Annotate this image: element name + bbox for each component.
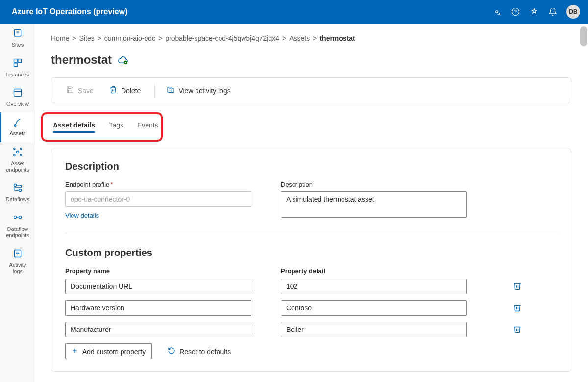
details-card: Description Endpoint profile* View detai… bbox=[51, 149, 571, 372]
instances-icon bbox=[13, 58, 23, 69]
tabs-wrapper: Asset details Tags Events bbox=[51, 114, 571, 136]
assets-icon bbox=[13, 117, 23, 128]
svg-rect-19 bbox=[168, 87, 172, 93]
svg-point-14 bbox=[19, 189, 22, 192]
breadcrumb-item-current: thermostat bbox=[319, 34, 355, 42]
breadcrumb-item[interactable]: Assets bbox=[289, 34, 310, 42]
save-button: Save bbox=[61, 83, 98, 98]
description-label: Description bbox=[281, 181, 467, 188]
sidebar-item-label: Asset endpoints bbox=[3, 160, 32, 173]
trash-icon bbox=[513, 328, 522, 335]
custom-properties-actions: Add custom property Reset to defaults bbox=[65, 343, 557, 359]
activity-logs-icon bbox=[13, 249, 23, 260]
custom-property-row bbox=[65, 300, 557, 316]
property-detail-input[interactable] bbox=[281, 322, 467, 337]
svg-point-16 bbox=[19, 216, 22, 219]
property-detail-input[interactable] bbox=[281, 300, 467, 316]
svg-rect-5 bbox=[14, 63, 18, 67]
svg-point-8 bbox=[17, 151, 19, 153]
toolbar: Save Delete View activity logs bbox=[51, 77, 571, 103]
reset-defaults-button[interactable]: Reset to defaults bbox=[166, 343, 233, 359]
reset-icon bbox=[168, 347, 175, 356]
custom-properties-title: Custom properties bbox=[65, 247, 557, 258]
sidebar-item-sites[interactable]: Sites bbox=[0, 24, 34, 53]
custom-properties-header: Property name Property detail bbox=[65, 267, 557, 275]
sidebar-item-label: Activity logs bbox=[3, 262, 32, 275]
cloud-sync-icon bbox=[118, 54, 128, 66]
svg-point-12 bbox=[20, 154, 22, 156]
sidebar: Sites Instances Overview Assets Asset en… bbox=[0, 24, 34, 382]
page-title: thermostat bbox=[51, 53, 112, 67]
breadcrumb-item[interactable]: probable-space-cod-4j5qw5j4q72jqx4 bbox=[165, 34, 279, 42]
breadcrumb-item[interactable]: Sites bbox=[79, 34, 95, 42]
sidebar-item-overview[interactable]: Overview bbox=[0, 83, 34, 112]
svg-rect-3 bbox=[14, 59, 18, 63]
view-activity-logs-button[interactable]: View activity logs bbox=[162, 83, 235, 98]
custom-property-row bbox=[65, 279, 557, 294]
svg-point-15 bbox=[14, 216, 17, 219]
svg-point-13 bbox=[14, 184, 17, 187]
notifications-icon[interactable] bbox=[548, 7, 558, 17]
svg-point-9 bbox=[14, 148, 15, 149]
endpoint-profile-label: Endpoint profile* bbox=[65, 181, 251, 188]
description-section-title: Description bbox=[65, 161, 557, 172]
delete-property-button[interactable] bbox=[511, 280, 524, 294]
view-details-link[interactable]: View details bbox=[65, 212, 99, 219]
tabs: Asset details Tags Events bbox=[51, 114, 571, 136]
property-name-input[interactable] bbox=[65, 322, 251, 337]
feedback-icon[interactable] bbox=[529, 7, 539, 17]
sidebar-item-assets[interactable]: Assets bbox=[0, 112, 34, 142]
sidebar-item-dataflows[interactable]: Dataflows bbox=[0, 178, 34, 207]
property-detail-input[interactable] bbox=[281, 279, 467, 294]
tab-tags[interactable]: Tags bbox=[109, 118, 123, 132]
property-name-input[interactable] bbox=[65, 300, 251, 316]
header-actions: DB bbox=[492, 5, 580, 19]
help-icon[interactable] bbox=[511, 7, 520, 17]
svg-point-7 bbox=[14, 125, 16, 126]
svg-point-0 bbox=[496, 11, 498, 13]
scrollbar[interactable] bbox=[580, 26, 587, 46]
tab-asset-details[interactable]: Asset details bbox=[53, 118, 95, 132]
sidebar-item-asset-endpoints[interactable]: Asset endpoints bbox=[0, 142, 34, 178]
sidebar-item-label: Assets bbox=[9, 130, 25, 137]
svg-point-11 bbox=[14, 154, 15, 156]
app-title: Azure IoT Operations (preview) bbox=[12, 7, 127, 16]
toolbar-separator bbox=[154, 84, 155, 98]
dataflows-icon bbox=[13, 183, 23, 194]
trash-icon bbox=[513, 306, 522, 313]
section-divider bbox=[65, 233, 557, 233]
sidebar-item-dataflow-endpoints[interactable]: Dataflow endpoints bbox=[0, 207, 34, 244]
sidebar-item-label: Instances bbox=[6, 72, 29, 78]
description-input[interactable]: A simulated thermostat asset bbox=[281, 191, 467, 218]
tab-events[interactable]: Events bbox=[137, 118, 158, 132]
avatar[interactable]: DB bbox=[566, 5, 580, 19]
property-detail-header: Property detail bbox=[281, 267, 467, 275]
delete-button[interactable]: Delete bbox=[104, 83, 146, 98]
breadcrumb-item[interactable]: Home bbox=[51, 34, 69, 42]
asset-endpoints-icon bbox=[13, 147, 23, 158]
property-name-header: Property name bbox=[65, 267, 251, 275]
trash-icon bbox=[513, 284, 522, 292]
property-name-input[interactable] bbox=[65, 279, 251, 294]
delete-property-button[interactable] bbox=[511, 323, 524, 337]
breadcrumb-item[interactable]: common-aio-odc bbox=[104, 34, 155, 42]
plus-icon bbox=[72, 347, 78, 356]
sidebar-item-instances[interactable]: Instances bbox=[0, 53, 34, 82]
delete-icon bbox=[109, 86, 117, 95]
dataflow-endpoints-icon bbox=[13, 212, 23, 224]
app-header: Azure IoT Operations (preview) DB bbox=[0, 0, 588, 24]
delete-property-button[interactable] bbox=[511, 301, 524, 315]
page-title-row: thermostat bbox=[51, 53, 571, 67]
overview-icon bbox=[13, 88, 23, 99]
sites-icon bbox=[13, 28, 23, 40]
svg-rect-4 bbox=[18, 59, 22, 63]
svg-point-10 bbox=[20, 148, 22, 149]
sidebar-item-label: Sites bbox=[12, 42, 24, 48]
sidebar-item-label: Dataflows bbox=[6, 196, 29, 203]
add-custom-property-button[interactable]: Add custom property bbox=[65, 343, 152, 359]
sidebar-item-activity-logs[interactable]: Activity logs bbox=[0, 244, 34, 280]
custom-property-row bbox=[65, 322, 557, 337]
settings-icon[interactable] bbox=[492, 7, 502, 17]
activity-log-icon bbox=[167, 86, 174, 95]
save-icon bbox=[66, 86, 74, 95]
